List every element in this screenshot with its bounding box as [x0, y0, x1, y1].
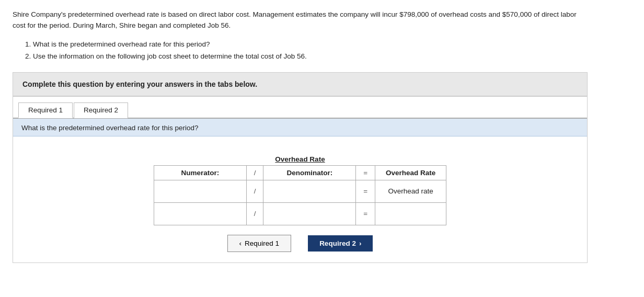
tab-required-2[interactable]: Required 2 — [74, 102, 128, 118]
numerator-input-2[interactable] — [164, 206, 237, 222]
intro-paragraph: Shire Company's predetermined overhead r… — [13, 9, 577, 31]
numerator-input-cell[interactable] — [154, 180, 247, 202]
numerator-input[interactable] — [164, 184, 237, 199]
overhead-rate-result: Overhead rate — [375, 180, 446, 202]
eq-3: = — [356, 202, 375, 225]
buttons-row: ‹ Required 1 Required 2 › — [21, 235, 579, 252]
numerator-input-cell-2[interactable] — [154, 202, 247, 225]
overhead-rate-label: Overhead Rate — [375, 165, 446, 180]
question-1: 1. What is the predetermined overhead ra… — [25, 39, 588, 51]
tabs-section: Required 1 Required 2 What is the predet… — [13, 96, 588, 263]
table-row-2: / = Overhead rate — [154, 180, 446, 202]
next-chevron-icon: › — [359, 239, 362, 247]
denominator-label: Denominator: — [263, 165, 356, 180]
complete-box: Complete this question by entering your … — [13, 72, 588, 96]
slash-1: / — [246, 165, 263, 180]
question-2: 2. Use the information on the following … — [25, 51, 588, 63]
table-header-row: Numerator: / Denominator: = — [154, 165, 446, 180]
eq-1: = — [356, 165, 375, 180]
prev-button[interactable]: ‹ Required 1 — [227, 235, 292, 252]
table-header: Overhead Rate — [154, 152, 446, 166]
slash-3: / — [246, 202, 263, 225]
tab-required-1[interactable]: Required 1 — [18, 102, 73, 118]
numerator-label: Numerator: — [154, 165, 247, 180]
tabs-row: Required 1 Required 2 — [13, 97, 587, 119]
questions-section: 1. What is the predetermined overhead ra… — [25, 39, 588, 63]
denominator-input-2[interactable] — [273, 206, 346, 222]
overhead-rate-table: Overhead Rate Numerator: / — [154, 152, 446, 225]
table-row-3: / = — [154, 202, 446, 225]
denominator-input-cell[interactable] — [263, 180, 356, 202]
denominator-input[interactable] — [273, 184, 346, 199]
slash-2: / — [246, 180, 263, 202]
denominator-input-cell-2[interactable] — [263, 202, 356, 225]
table-section: Overhead Rate Numerator: / — [13, 136, 587, 262]
next-button[interactable]: Required 2 › — [308, 235, 373, 252]
eq-2: = — [356, 180, 375, 202]
result-cell-3 — [375, 202, 446, 225]
prev-chevron-icon: ‹ — [239, 239, 242, 247]
tab-content-header: What is the predetermined overhead rate … — [13, 119, 587, 136]
